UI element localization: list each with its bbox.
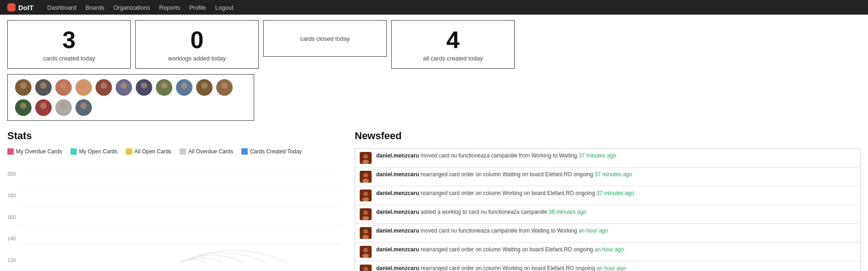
avatar[interactable]: [15, 79, 32, 96]
legend-color: [70, 148, 77, 155]
legend-item: All Open Cards: [126, 148, 171, 155]
avatar[interactable]: [136, 79, 152, 96]
worklogs-number: 0: [145, 27, 249, 53]
avatar[interactable]: [116, 79, 132, 96]
svg-point-32: [220, 90, 229, 96]
nf-time: 38 minutes ago: [549, 209, 586, 215]
svg-point-1: [20, 82, 27, 89]
stats-title: Stats: [7, 130, 341, 142]
svg-point-19: [141, 82, 147, 89]
chart-legend: My Overdue CardsMy Open CardsAll Open Ca…: [7, 148, 341, 155]
svg-point-83: [364, 268, 365, 269]
nf-time: 37 minutes ago: [596, 190, 634, 196]
svg-point-14: [99, 90, 108, 96]
nav-organizations[interactable]: Organizations: [113, 4, 150, 11]
nf-avatar: [360, 246, 372, 258]
legend-color: [180, 148, 186, 155]
nf-text: daniel.menzcaru rearranged card order on…: [376, 171, 856, 179]
nf-time: an hour ago: [579, 228, 608, 234]
nav-reports[interactable]: Reports: [159, 4, 180, 11]
legend-label: Cards Created Today: [250, 148, 302, 155]
newsfeed-title: Newsfeed: [355, 130, 861, 142]
legend-item: My Overdue Cards: [7, 148, 62, 155]
svg-point-64: [366, 193, 367, 194]
brand-logo[interactable]: DoIT: [7, 3, 33, 11]
svg-point-58: [364, 174, 365, 175]
chart-area: 120 140 160 180 200: [7, 162, 341, 263]
avatar[interactable]: [75, 99, 92, 116]
svg-point-23: [160, 90, 169, 96]
svg-point-28: [201, 82, 208, 89]
newsfeed-row: daniel.menzcaru rearranged card order on…: [355, 243, 860, 261]
svg-point-53: [364, 156, 365, 157]
nf-text: daniel.menzcaru rearranged card order on…: [376, 246, 856, 254]
svg-point-40: [60, 103, 67, 109]
avatar[interactable]: [35, 79, 52, 96]
svg-point-38: [39, 110, 48, 116]
svg-point-59: [366, 174, 367, 175]
svg-point-44: [79, 110, 88, 116]
stats-section: Stats My Overdue CardsMy Open CardsAll O…: [7, 130, 355, 271]
nf-user: daniel.menzcaru: [376, 190, 419, 196]
nav-dashboard[interactable]: Dashboard: [47, 4, 76, 11]
svg-point-22: [161, 82, 167, 89]
avatar[interactable]: [75, 79, 92, 96]
nf-text: daniel.menzcaru added a worklog to card …: [376, 208, 856, 216]
nav-profile[interactable]: Profile: [189, 4, 206, 11]
brand-name: DoIT: [18, 4, 33, 11]
svg-point-63: [364, 193, 365, 194]
nf-avatar: [360, 265, 372, 271]
nf-action: added a worklog to card nu functioneaza …: [419, 209, 549, 215]
legend-item: All Overdue Cards: [180, 148, 233, 155]
svg-point-2: [19, 90, 28, 96]
svg-point-69: [366, 212, 367, 213]
stat-cards-closed: cards closed today: [263, 20, 387, 57]
svg-point-37: [40, 103, 47, 109]
nav-links: Dashboard Boards Organizations Reports P…: [47, 4, 233, 11]
avatar[interactable]: [196, 79, 213, 96]
avatar[interactable]: [15, 99, 32, 116]
avatar[interactable]: [216, 79, 233, 96]
legend-item: My Open Cards: [70, 148, 117, 155]
nav-logout[interactable]: Logout: [215, 4, 234, 11]
worklogs-label: worklogs added today: [145, 55, 249, 62]
nf-time: 37 minutes ago: [579, 152, 616, 159]
svg-point-79: [366, 249, 367, 250]
avatar[interactable]: [156, 79, 172, 96]
avatar[interactable]: [35, 99, 52, 116]
avatar[interactable]: [55, 79, 72, 96]
svg-point-54: [366, 156, 367, 157]
legend-label: All Overdue Cards: [188, 148, 233, 155]
nf-avatar: [360, 227, 372, 239]
nf-action: moved card nu functioneaza campaniile fr…: [419, 152, 579, 159]
brand-icon: [7, 3, 16, 11]
avatar[interactable]: [96, 79, 112, 96]
svg-point-13: [101, 82, 107, 89]
cards-created-number: 3: [17, 27, 121, 53]
svg-point-5: [39, 90, 48, 96]
nf-action: rearranged card order on column Waiting …: [419, 246, 595, 253]
nf-action: rearranged card order on column Working …: [419, 265, 596, 271]
svg-point-41: [59, 110, 68, 116]
newsfeed-row: daniel.menzcaru moved card nu functionea…: [355, 224, 860, 243]
svg-point-29: [200, 90, 209, 96]
all-cards-label: all cards created today: [401, 55, 505, 62]
stat-worklogs: 0 worklogs added today: [135, 20, 259, 69]
nf-text: daniel.menzcaru rearranged card order on…: [376, 190, 856, 197]
svg-point-78: [364, 249, 365, 250]
nf-avatar: [360, 152, 372, 164]
avatar[interactable]: [176, 79, 192, 96]
avatars-container: [7, 74, 254, 121]
nav-boards[interactable]: Boards: [85, 4, 104, 11]
svg-point-17: [119, 90, 128, 96]
avatar[interactable]: [55, 99, 72, 116]
newsfeed-row: daniel.menzcaru rearranged card order on…: [355, 186, 860, 205]
stat-cards-row: 3 cards created today 0 worklogs added t…: [7, 20, 861, 69]
chart-svg: [19, 171, 341, 263]
all-cards-number: 4: [401, 27, 505, 53]
svg-point-11: [79, 90, 88, 96]
svg-point-68: [364, 212, 365, 213]
newsfeed-table: daniel.menzcaru moved card nu functionea…: [355, 148, 861, 271]
legend-label: My Open Cards: [79, 148, 117, 155]
svg-point-10: [80, 82, 87, 89]
